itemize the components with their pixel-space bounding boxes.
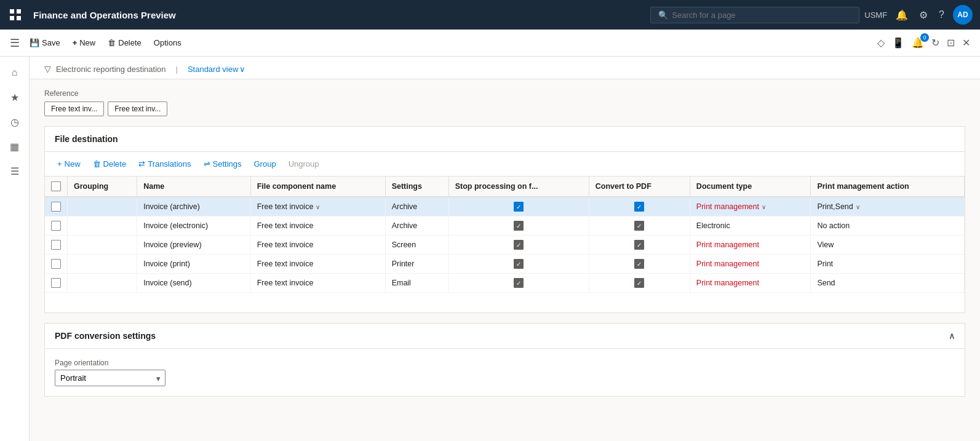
table-row[interactable]: Invoice (send)Free text invoiceEmail✓✓Pr… bbox=[45, 274, 965, 293]
row-checkbox-cell[interactable] bbox=[45, 255, 68, 274]
row-convert-to-pdf[interactable]: ✓ bbox=[589, 217, 690, 236]
app-grid-button[interactable] bbox=[7, 7, 23, 23]
row-stop-processing[interactable]: ✓ bbox=[448, 217, 589, 236]
file-component-dropdown-icon[interactable]: ∨ bbox=[316, 204, 320, 210]
row-grouping bbox=[68, 274, 137, 293]
row-stop-processing[interactable]: ✓ bbox=[448, 255, 589, 274]
stop-processing-checkbox[interactable]: ✓ bbox=[514, 278, 524, 288]
table-row[interactable]: Invoice (preview)Free text invoiceScreen… bbox=[45, 236, 965, 255]
file-destination-toolbar: + New 🗑 Delete ⇄ Translations ⇌ Settings bbox=[45, 152, 965, 177]
table-row[interactable]: Invoice (electronic)Free text invoiceArc… bbox=[45, 217, 965, 236]
row-checkbox[interactable] bbox=[51, 278, 61, 288]
sidebar-modules[interactable]: ☰ bbox=[4, 160, 26, 182]
sidebar-favorites[interactable]: ★ bbox=[4, 86, 26, 108]
svg-rect-2 bbox=[10, 16, 14, 20]
save-button[interactable]: 💾 Save bbox=[25, 34, 65, 51]
convert-pdf-checkbox[interactable]: ✓ bbox=[634, 221, 644, 231]
row-convert-to-pdf[interactable]: ✓ bbox=[589, 274, 690, 293]
fd-ungroup-button[interactable]: Ungroup bbox=[284, 157, 324, 171]
row-stop-processing[interactable]: ✓ bbox=[448, 236, 589, 255]
row-checkbox-cell[interactable] bbox=[45, 236, 68, 255]
stop-processing-checkbox[interactable]: ✓ bbox=[514, 240, 524, 250]
stop-processing-checkbox[interactable]: ✓ bbox=[514, 202, 524, 212]
fd-translations-button[interactable]: ⇄ Translations bbox=[133, 157, 196, 171]
table-header-row: Grouping Name File component name Settin… bbox=[45, 177, 965, 197]
breadcrumb-separator: | bbox=[176, 65, 178, 74]
help-button[interactable]: ? bbox=[936, 7, 947, 23]
delete-button[interactable]: 🗑 Delete bbox=[103, 34, 146, 51]
th-checkbox[interactable] bbox=[45, 177, 68, 197]
row-document-type: Print management bbox=[690, 274, 811, 293]
file-destination-table: Grouping Name File component name Settin… bbox=[45, 177, 965, 293]
header-checkbox[interactable] bbox=[51, 181, 61, 191]
th-document-type: Document type bbox=[690, 177, 811, 197]
row-checkbox-cell[interactable] bbox=[45, 217, 68, 236]
row-stop-processing[interactable]: ✓ bbox=[448, 274, 589, 293]
settings-button[interactable]: ⚙ bbox=[917, 7, 930, 23]
sidebar-workspaces[interactable]: ▦ bbox=[4, 135, 26, 157]
reference-tag-2[interactable]: Free text inv... bbox=[108, 101, 167, 116]
th-settings: Settings bbox=[385, 177, 448, 197]
row-settings: Email bbox=[385, 274, 448, 293]
table-row[interactable]: Invoice (archive)Free text invoice∨Archi… bbox=[45, 197, 965, 217]
app-title: Finance and Operations Preview bbox=[33, 10, 645, 20]
row-print-action: Send bbox=[811, 274, 965, 293]
new-button[interactable]: + New bbox=[68, 34, 101, 51]
row-checkbox-cell[interactable] bbox=[45, 197, 68, 217]
th-stop-processing: Stop processing on f... bbox=[448, 177, 589, 197]
stop-processing-checkbox[interactable]: ✓ bbox=[514, 259, 524, 269]
page-orientation-select[interactable]: Portrait Landscape bbox=[55, 370, 165, 386]
notification-count-wrapper: 🔔 0 bbox=[909, 34, 926, 51]
convert-pdf-checkbox[interactable]: ✓ bbox=[634, 202, 644, 212]
page-header: ▽ Electronic reporting destination | Sta… bbox=[30, 57, 980, 79]
table-row[interactable]: Invoice (print)Free text invoicePrinter✓… bbox=[45, 255, 965, 274]
pdf-section-collapse-icon[interactable]: ∧ bbox=[949, 331, 955, 341]
window-icon[interactable]: ⊡ bbox=[944, 34, 957, 51]
row-checkbox[interactable] bbox=[51, 202, 61, 212]
hamburger-menu[interactable]: ☰ bbox=[7, 34, 22, 52]
avatar[interactable]: AD bbox=[953, 5, 973, 25]
options-button[interactable]: Options bbox=[149, 34, 186, 51]
table-footer-spacer bbox=[45, 293, 965, 312]
reference-tag-1[interactable]: Free text inv... bbox=[44, 101, 104, 116]
convert-pdf-checkbox[interactable]: ✓ bbox=[634, 259, 644, 269]
row-convert-to-pdf[interactable]: ✓ bbox=[589, 236, 690, 255]
search-input[interactable] bbox=[672, 10, 851, 20]
row-checkbox[interactable] bbox=[51, 259, 61, 269]
row-checkbox[interactable] bbox=[51, 240, 61, 250]
diamond-icon[interactable]: ◇ bbox=[875, 34, 887, 51]
th-print-action: Print management action bbox=[811, 177, 965, 197]
breadcrumb: Electronic reporting destination bbox=[56, 65, 166, 74]
row-convert-to-pdf[interactable]: ✓ bbox=[589, 255, 690, 274]
close-icon[interactable]: ✕ bbox=[960, 34, 973, 51]
reference-tags: Free text inv... Free text inv... bbox=[44, 101, 965, 116]
row-document-type: Electronic bbox=[690, 217, 811, 236]
row-convert-to-pdf[interactable]: ✓ bbox=[589, 197, 690, 217]
stop-processing-checkbox[interactable]: ✓ bbox=[514, 221, 524, 231]
notification-button[interactable]: 🔔 bbox=[893, 7, 910, 23]
th-grouping: Grouping bbox=[68, 177, 137, 197]
fd-settings-button[interactable]: ⇌ Settings bbox=[199, 157, 247, 171]
sidebar-home[interactable]: ⌂ bbox=[4, 62, 26, 84]
mobile-icon[interactable]: 📱 bbox=[890, 34, 907, 51]
row-checkbox-cell[interactable] bbox=[45, 274, 68, 293]
section-header-pdf: PDF conversion settings ∧ bbox=[45, 324, 965, 349]
convert-pdf-checkbox[interactable]: ✓ bbox=[634, 278, 644, 288]
refresh-icon[interactable]: ↻ bbox=[929, 34, 942, 51]
doc-type-dropdown-icon[interactable]: ∨ bbox=[762, 204, 766, 210]
fd-new-button[interactable]: + New bbox=[52, 157, 86, 171]
row-settings: Archive bbox=[385, 217, 448, 236]
row-checkbox[interactable] bbox=[51, 221, 61, 231]
fd-group-button[interactable]: Group bbox=[249, 157, 281, 171]
row-stop-processing[interactable]: ✓ bbox=[448, 197, 589, 217]
search-bar[interactable]: 🔍 bbox=[650, 7, 859, 23]
row-name: Invoice (electronic) bbox=[137, 217, 250, 236]
view-selector[interactable]: Standard view ∨ bbox=[188, 65, 245, 74]
print-action-dropdown-icon[interactable]: ∨ bbox=[856, 204, 860, 210]
new-icon: + bbox=[73, 38, 78, 47]
sidebar-recent[interactable]: ◷ bbox=[4, 111, 26, 133]
fd-delete-button[interactable]: 🗑 Delete bbox=[88, 157, 132, 171]
convert-pdf-checkbox[interactable]: ✓ bbox=[634, 240, 644, 250]
filter-icon[interactable]: ▽ bbox=[44, 64, 51, 74]
section-header-file-destination: File destination bbox=[45, 127, 965, 152]
